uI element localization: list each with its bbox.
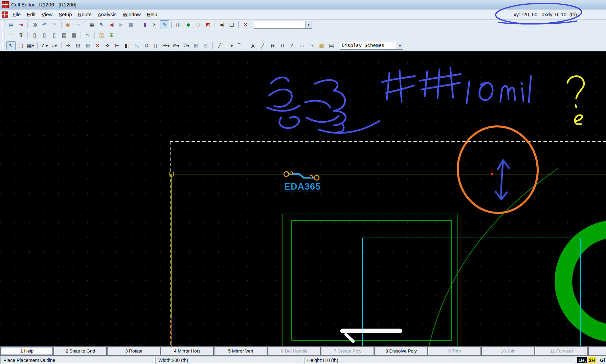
design-canvas[interactable]: EDA365 [0, 51, 606, 346]
check-icon[interactable]: ☑▾ [181, 41, 190, 50]
pad-bottom-icon[interactable]: ▯ [40, 31, 49, 40]
move-icon[interactable]: ✛▾ [162, 41, 171, 50]
draw-line-icon[interactable]: ╱ [258, 41, 267, 50]
circle-tool-icon[interactable]: ○ [307, 41, 316, 50]
menu-route[interactable]: Route [75, 10, 95, 19]
angle-line-icon[interactable]: ∠ [288, 41, 297, 50]
toolbar-separator [37, 42, 38, 49]
text-icon[interactable]: A [248, 41, 257, 50]
pad-plane-icon[interactable]: ▤ [60, 31, 69, 40]
online-drc-off-icon[interactable]: ◇ [194, 20, 203, 29]
redo-icon[interactable]: ↷ [50, 20, 59, 29]
undo-icon[interactable]: ↶ [40, 20, 49, 29]
chamfer-icon[interactable]: ◺ [132, 41, 141, 50]
toolbar-separator [81, 32, 81, 39]
fkey-2-snap-to-grid[interactable]: 2 Snap to Grid [54, 347, 107, 355]
rectangle-tool-icon[interactable]: ▭ [297, 41, 307, 50]
place-pin-icon[interactable]: ◉ [64, 20, 73, 29]
line-45-icon[interactable]: ╱ [215, 41, 224, 50]
toolbar-combobox[interactable]: ▾ [254, 21, 312, 29]
origin-icon[interactable]: ⊕▾ [172, 41, 181, 50]
angle-mode-icon[interactable]: ∠▾ [40, 41, 49, 50]
cell-window-icon[interactable]: ◫ [174, 20, 183, 29]
fkey-1-help[interactable]: 1 Help [1, 347, 53, 355]
save-icon[interactable]: ▤ [6, 20, 16, 29]
draw-mode-icon[interactable]: ✎ [160, 20, 169, 29]
menu-window[interactable]: Window [119, 10, 143, 19]
zoom-out-icon[interactable]: ⊟ [201, 41, 210, 50]
fkey-7-create-poly: 7 Create Poly [321, 347, 374, 355]
app-icon [2, 1, 9, 8]
grid-settings-icon[interactable]: ▦▾ [26, 41, 35, 50]
review-icon[interactable]: ▥ [127, 20, 136, 29]
online-drc-on-icon[interactable]: ◆ [184, 20, 193, 29]
toolbar-main: ▤⇥◎↶↷◉⁘▦↖◀▶▥▮✂✎◫◆◇◩▣❏✕ ▾ [0, 20, 606, 30]
pad-mask-icon[interactable]: ▦ [69, 31, 78, 40]
menu-file[interactable]: File [9, 10, 24, 19]
snap-to-icon[interactable]: ✛ [103, 41, 112, 50]
extend-icon[interactable]: ⊢ [113, 41, 122, 50]
document-system-menu-icon[interactable] [2, 11, 8, 18]
properties-icon[interactable]: ▤ [327, 41, 336, 50]
menu-edit[interactable]: Edit [24, 10, 39, 19]
merge-icon[interactable]: ⊞ [83, 41, 92, 50]
paste-icon[interactable]: ❏ [227, 20, 236, 29]
fkey-5-mirror-vert[interactable]: 5 Mirror Vert [215, 347, 267, 355]
drc-window-icon[interactable]: ◩ [203, 20, 212, 29]
display-schemes-combobox[interactable]: Display Schemes ▾ [340, 42, 403, 50]
fill-icon[interactable]: ▨ [317, 41, 326, 50]
menu-help[interactable]: Help [144, 10, 160, 19]
delete-icon[interactable]: ✕ [241, 20, 250, 29]
stretch-icon[interactable]: ✛ [64, 41, 73, 50]
toolbar-grip[interactable] [2, 21, 4, 28]
draw-arc-icon[interactable]: )▾ [268, 41, 277, 50]
arc-mode-icon[interactable]: ○▾ [50, 41, 59, 50]
chevron-down-icon[interactable]: ▾ [305, 21, 312, 28]
padstack-editor-icon[interactable]: ◫ [97, 31, 106, 40]
copy-icon[interactable]: ▣ [217, 20, 226, 29]
toolbar-grip[interactable] [2, 32, 4, 39]
zoom-icon[interactable]: ◎ [30, 20, 39, 29]
menu-view[interactable]: View [39, 10, 55, 19]
close-cell-editor-icon[interactable]: ⇥ [16, 20, 25, 29]
handwriting-annotation [267, 68, 531, 133]
arc-tool-icon[interactable]: ⌒ [234, 41, 244, 50]
select-arrow-icon[interactable]: ↖ [6, 41, 16, 50]
select-tool-icon[interactable]: ↖ [97, 20, 106, 29]
fkey-12-partial[interactable] [589, 347, 606, 355]
add-pins-icon[interactable]: ⁘ [73, 20, 83, 29]
toolbar-separator [212, 42, 213, 49]
layer-stack-icon[interactable]: ▮ [140, 20, 150, 29]
mirror-icon[interactable]: ◧ [122, 41, 132, 50]
split-icon[interactable]: ⊟ [73, 41, 83, 50]
line-mode-icon[interactable]: ―▾ [225, 41, 234, 50]
selection-filter-icon[interactable]: ▦ [87, 20, 96, 29]
status-bar: Place Placement Outline Width:200 (th) H… [0, 356, 606, 364]
cut-icon[interactable]: ✂ [150, 20, 159, 29]
pad-top-icon[interactable]: ▯ [30, 31, 39, 40]
snap-marker [491, 173, 493, 175]
pad [314, 175, 319, 180]
menu-setup[interactable]: Setup [55, 10, 75, 19]
renumber-pins-icon[interactable]: ⇅ [16, 31, 25, 40]
delete-vertex-icon[interactable]: ✕ [93, 41, 102, 50]
chevron-down-icon[interactable]: ▾ [397, 42, 403, 49]
prev-icon[interactable]: ◀ [107, 20, 116, 29]
pick-tool-icon[interactable]: ↖ [83, 31, 92, 40]
copy-shape-icon[interactable]: ◫ [152, 41, 161, 50]
fkey-4-mirror-horz[interactable]: 4 Mirror Horz [161, 347, 214, 355]
fkey-8-dissolve-poly[interactable]: 8 Dissolve Poly [375, 347, 427, 355]
watermark-text: EDA365 [284, 181, 321, 192]
toolbar-grip[interactable] [2, 42, 4, 49]
pad-shapes-icon[interactable]: ⊞ [107, 31, 116, 40]
area-select-icon[interactable]: ▢ [16, 41, 25, 50]
menu-analysis[interactable]: Analysis [95, 10, 120, 19]
fkey-3-rotate[interactable]: 3 Rotate [108, 347, 160, 355]
next-icon[interactable]: ▶ [117, 20, 126, 29]
zoom-in-icon[interactable]: ⊞ [191, 41, 200, 50]
padstack-icon[interactable]: ⁙ [6, 31, 16, 40]
pad-inner-icon[interactable]: ▯ [50, 31, 59, 40]
toolbar-separator [61, 21, 62, 28]
rotate-ccw-icon[interactable]: ↺ [142, 41, 151, 50]
polyline-icon[interactable]: ∪ [278, 41, 287, 50]
